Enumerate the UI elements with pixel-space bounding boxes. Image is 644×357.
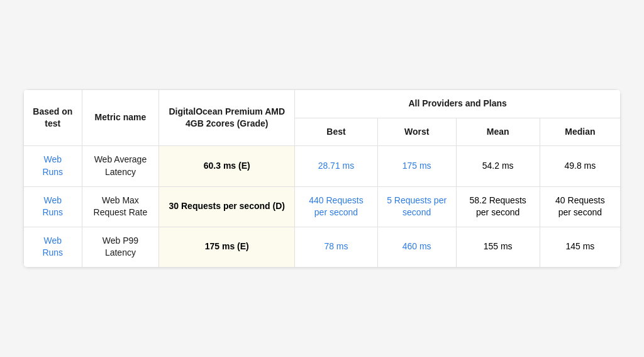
web-runs-link-3[interactable]: Web Runs (42, 235, 63, 258)
web-runs-link-1[interactable]: Web Runs (42, 154, 63, 177)
row3-metric-name: Web P99 Latency (82, 227, 159, 267)
row1-based-on-test[interactable]: Web Runs (24, 146, 82, 186)
header-row-1: Based on test Metric name DigitalOcean P… (24, 90, 621, 118)
row1-metric-name: Web Average Latency (82, 146, 159, 186)
row1-do-value: 60.3 ms (E) (159, 146, 295, 186)
row3-median: 145 ms (540, 227, 620, 267)
row2-best: 440 Requests per second (295, 186, 378, 227)
row1-best: 28.71 ms (295, 146, 378, 186)
header-best: Best (295, 118, 378, 146)
header-do-column: DigitalOcean Premium AMD 4GB 2cores (Gra… (159, 90, 295, 146)
row3-do-value-text: 175 ms (E) (205, 241, 249, 251)
row1-do-value-text: 60.3 ms (E) (204, 161, 250, 171)
row2-do-value: 30 Requests per second (D) (159, 186, 295, 227)
header-mean: Mean (456, 118, 540, 146)
table-row: Web Runs Web Average Latency 60.3 ms (E)… (24, 146, 621, 186)
row2-based-on-test[interactable]: Web Runs (24, 186, 82, 227)
header-all-providers: All Providers and Plans (295, 90, 621, 118)
row3-based-on-test[interactable]: Web Runs (24, 227, 82, 267)
row2-metric-name: Web Max Request Rate (82, 186, 159, 227)
row2-worst: 5 Requests per second (377, 186, 456, 227)
row3-worst: 460 ms (377, 227, 456, 267)
row2-median: 40 Requests per second (540, 186, 620, 227)
web-runs-link-2[interactable]: Web Runs (42, 195, 63, 218)
header-worst: Worst (377, 118, 456, 146)
row2-mean: 58.2 Requests per second (456, 186, 540, 227)
row2-do-value-text: 30 Requests per second (D) (169, 201, 285, 211)
row3-best: 78 ms (295, 227, 378, 267)
header-metric-name: Metric name (82, 90, 159, 146)
row1-mean: 54.2 ms (456, 146, 540, 186)
row3-do-value: 175 ms (E) (159, 227, 295, 267)
comparison-table: Based on test Metric name DigitalOcean P… (23, 89, 621, 268)
row3-mean: 155 ms (456, 227, 540, 267)
row1-median: 49.8 ms (540, 146, 620, 186)
comparison-table-wrapper: Based on test Metric name DigitalOcean P… (23, 89, 621, 268)
table-row: Web Runs Web Max Request Rate 30 Request… (24, 186, 621, 227)
row1-worst: 175 ms (377, 146, 456, 186)
header-median: Median (540, 118, 620, 146)
header-based-on-test: Based on test (24, 90, 82, 146)
table-row: Web Runs Web P99 Latency 175 ms (E) 78 m… (24, 227, 621, 267)
